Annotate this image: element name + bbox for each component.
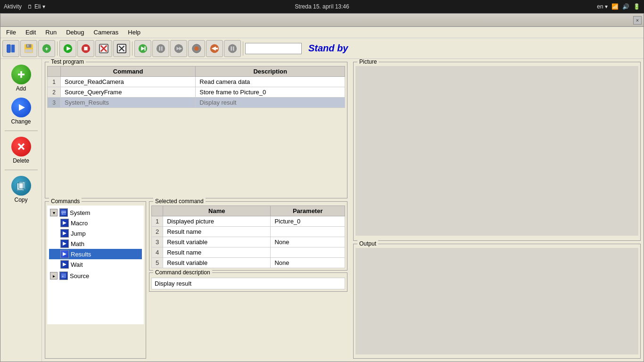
menu-debug[interactable]: Debug: [62, 28, 88, 37]
svg-rect-34: [231, 46, 232, 50]
row-3-num: 3: [48, 98, 61, 108]
toolbar-save-button[interactable]: [20, 40, 37, 57]
toolbar-book-button[interactable]: [2, 40, 19, 57]
svg-marker-48: [63, 221, 66, 225]
cmd-item-jump[interactable]: Jump: [49, 228, 142, 239]
test-program-table: Command Description 1 Source_ReadCamera …: [47, 66, 345, 108]
svg-marker-50: [63, 242, 66, 246]
row-1-num: 1: [48, 77, 61, 87]
selected-command-table-panel: Selected command Name Parameter: [149, 201, 347, 271]
menu-run[interactable]: Run: [41, 28, 60, 37]
toolbar-input[interactable]: [245, 43, 302, 54]
main-content: Add Change Delete: [0, 59, 644, 362]
col-command: Command: [61, 66, 196, 77]
param-row[interactable]: 3 Result variable None: [152, 237, 345, 247]
toolbar-pause-button[interactable]: [152, 40, 169, 57]
add-icon: [11, 65, 31, 84]
table-row[interactable]: 2 Source_QueryFrame Store frame to Pictu…: [48, 87, 345, 98]
toolbar-stop-button[interactable]: [77, 40, 94, 57]
toolbar-add-button[interactable]: +: [38, 40, 55, 57]
test-program-panel: Test program Command Description: [45, 62, 347, 198]
test-program-title: Test program: [49, 59, 86, 65]
system-toggle[interactable]: ▾: [50, 209, 58, 216]
param-3-num: 3: [152, 237, 163, 247]
macro-label: Macro: [71, 220, 88, 227]
taskbar-lang-text: en: [597, 3, 603, 10]
picture-panel: Picture: [353, 62, 641, 241]
params-table: Name Parameter 1 Displayed picture Pictu…: [151, 206, 345, 268]
menu-edit[interactable]: Edit: [22, 28, 40, 37]
param-3-value: None: [271, 237, 345, 247]
row-3-description: Display result: [196, 98, 345, 108]
svg-rect-6: [25, 49, 33, 52]
taskbar-center: Streda 15. apríl 13:46: [295, 3, 349, 10]
param-4-num: 4: [152, 247, 163, 258]
jump-icon: [60, 229, 69, 238]
command-description-title: Command description: [153, 269, 212, 276]
picture-title: Picture: [357, 59, 379, 65]
taskbar-lang[interactable]: en ▾: [597, 3, 608, 10]
source-toggle[interactable]: ▸: [50, 272, 58, 280]
param-5-value: None: [271, 258, 345, 268]
param-row[interactable]: 2 Result name: [152, 227, 345, 237]
param-row[interactable]: 5 Result variable None: [152, 258, 345, 268]
system-group-header[interactable]: ▾ + System: [49, 207, 142, 218]
sidebar-copy-button[interactable]: Copy: [3, 174, 39, 205]
cmd-item-wait[interactable]: Wait: [49, 259, 142, 270]
toolbar-step-play-button[interactable]: [134, 40, 151, 57]
change-icon: [11, 98, 31, 117]
test-program-content: Command Description 1 Source_ReadCamera …: [47, 66, 345, 108]
table-row[interactable]: 1 Source_ReadCamera Read camera data: [48, 77, 345, 87]
sidebar-delete-button[interactable]: Delete: [3, 135, 39, 166]
svg-marker-38: [19, 104, 25, 111]
close-button[interactable]: ×: [633, 16, 642, 25]
toolbar-play-button[interactable]: [59, 40, 76, 57]
system-group-icon: +: [59, 208, 68, 217]
toolbar-cancel-button[interactable]: [95, 40, 112, 57]
svg-text:+: +: [45, 45, 49, 52]
selected-command-panel: Selected command Name Parameter: [149, 201, 347, 359]
menu-help[interactable]: Help: [124, 28, 144, 37]
table-row-selected[interactable]: 3 System_Results Display result: [48, 98, 345, 108]
param-3-name: Result variable: [163, 237, 271, 247]
sidebar-change-button[interactable]: Change: [3, 96, 39, 127]
taskbar-app-name[interactable]: Aktivity: [4, 3, 22, 10]
toolbar-record-button[interactable]: [188, 40, 205, 57]
param-col-param: Parameter: [271, 206, 345, 216]
menu-file[interactable]: File: [2, 28, 20, 37]
row-1-description: Read camera data: [196, 77, 345, 87]
sidebar-add-button[interactable]: Add: [3, 63, 39, 94]
standby-label: Stand by: [308, 43, 348, 54]
param-2-value: [271, 227, 345, 237]
toolbar-pause2-button[interactable]: [224, 40, 241, 57]
taskbar-dropdown-icon: ▾: [42, 3, 45, 10]
toolbar-arrow-button[interactable]: [206, 40, 223, 57]
toolbar-forward-button[interactable]: [170, 40, 187, 57]
source-group-header[interactable]: ▸ + Source: [49, 271, 142, 281]
battery-icon: 🔋: [633, 3, 640, 10]
cmd-item-macro[interactable]: Macro: [49, 218, 142, 228]
copy-label: Copy: [14, 197, 27, 203]
sidebar: Add Change Delete: [0, 59, 42, 362]
sidebar-divider-2: [5, 170, 38, 170]
taskbar-window[interactable]: 🗒 Eli ▾: [27, 3, 45, 10]
selected-command-title: Selected command: [153, 198, 206, 205]
row-1-command: Source_ReadCamera: [61, 77, 196, 87]
toolbar-sep-2: [132, 41, 132, 56]
command-description-panel: Command description Display result: [149, 272, 347, 292]
menu-cameras[interactable]: Cameras: [90, 28, 123, 37]
cmd-item-results[interactable]: Results: [49, 249, 142, 259]
system-group-label: System: [70, 209, 90, 216]
wait-label: Wait: [71, 261, 83, 268]
svg-text:+: +: [62, 212, 63, 215]
taskbar-window-icon: 🗒: [27, 4, 33, 9]
svg-rect-5: [27, 44, 28, 47]
selected-command-content: Name Parameter 1 Displayed picture Pictu…: [151, 206, 345, 268]
param-row[interactable]: 1 Displayed picture Picture_0: [152, 216, 345, 227]
toolbar-box-x-button[interactable]: [113, 40, 130, 57]
output-content: [355, 248, 638, 354]
wait-icon: [60, 260, 69, 269]
cmd-item-math[interactable]: Math: [49, 239, 142, 249]
sidebar-divider-1: [5, 131, 38, 131]
param-row[interactable]: 4 Result name: [152, 247, 345, 258]
